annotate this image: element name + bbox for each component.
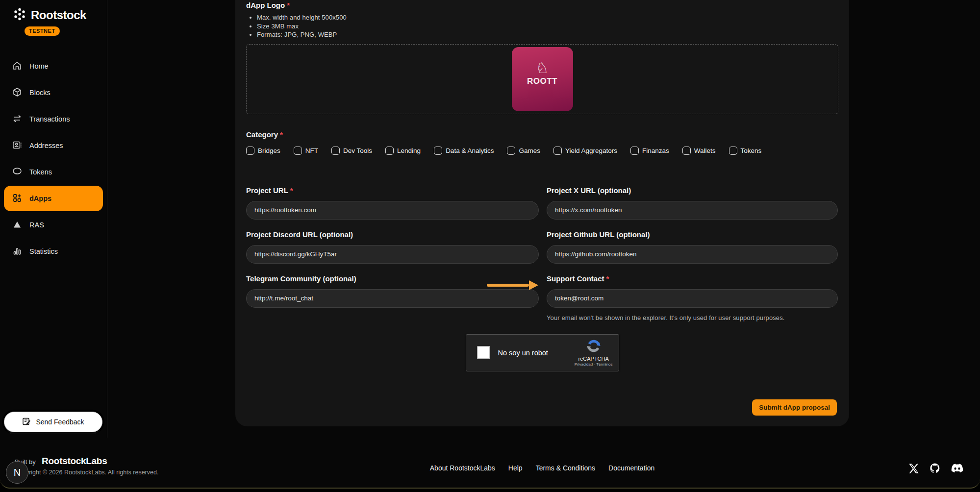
discord-icon[interactable] bbox=[951, 464, 963, 473]
home-icon bbox=[12, 61, 22, 72]
sidebar-item-label: Transactions bbox=[29, 115, 70, 123]
field-project-discord-url: Project Discord URL (optional) bbox=[246, 230, 539, 264]
coin-icon bbox=[12, 167, 22, 178]
checkbox[interactable] bbox=[434, 147, 442, 155]
dapp-proposal-card: dApp Logo* Max. width and height 500x500… bbox=[235, 0, 849, 426]
logo-rule: Formats: JPG, PNG, WEBP bbox=[257, 30, 838, 39]
field-support-contact: Support Contact* Your email won't be sho… bbox=[547, 274, 838, 321]
sidebar-item-tokens[interactable]: Tokens bbox=[0, 159, 107, 185]
footer-brand: Built by RootstockLabs Copyright © 2026 … bbox=[15, 456, 158, 476]
rootstocklabs-label: RootstockLabs bbox=[42, 456, 107, 466]
contact-card-icon bbox=[12, 140, 22, 151]
footer-link-documentation[interactable]: Documentation bbox=[608, 464, 654, 472]
category-checkbox-yield-aggregators[interactable]: Yield Aggregators bbox=[553, 147, 617, 155]
category-checkbox-finanzas[interactable]: Finanzas bbox=[630, 147, 669, 155]
x-twitter-icon[interactable] bbox=[908, 463, 919, 474]
support-contact-helper: Your email won't be shown in the explore… bbox=[547, 314, 838, 321]
logo-rule: Max. width and height 500x500 bbox=[257, 13, 838, 22]
send-feedback-button[interactable]: Send Feedback bbox=[4, 412, 102, 432]
bar-chart-icon bbox=[12, 246, 22, 257]
sidebar-item-label: RAS bbox=[29, 221, 44, 229]
dapp-logo-section-label: dApp Logo* bbox=[246, 1, 838, 9]
category-options: Bridges NFT Dev Tools Lending Data & Ana… bbox=[246, 147, 838, 155]
sidebar-nav: Home Blocks Transactions bbox=[0, 53, 107, 265]
overlay-n-badge[interactable]: N bbox=[6, 461, 28, 484]
footer-links: About RootstockLabs Help Terms & Conditi… bbox=[235, 464, 849, 472]
category-checkbox-bridges[interactable]: Bridges bbox=[246, 147, 280, 155]
category-checkbox-dev-tools[interactable]: Dev Tools bbox=[331, 147, 372, 155]
required-asterisk: * bbox=[287, 1, 290, 9]
checkbox[interactable] bbox=[331, 147, 340, 155]
knight-icon: ♘ bbox=[536, 61, 549, 75]
dapps-grid-icon bbox=[12, 193, 22, 204]
field-project-github-url: Project Github URL (optional) bbox=[547, 230, 838, 264]
project-x-url-input[interactable] bbox=[547, 201, 838, 220]
submit-dapp-proposal-button[interactable]: Submit dApp proposal bbox=[752, 399, 837, 416]
sidebar-item-addresses[interactable]: Addresses bbox=[0, 132, 107, 159]
checkbox[interactable] bbox=[246, 147, 254, 155]
logo-preview-tile[interactable]: ♘ ROOTT bbox=[512, 47, 573, 111]
sidebar-item-statistics[interactable]: Statistics bbox=[0, 238, 107, 265]
footer-social-icons bbox=[908, 463, 963, 474]
footer-link-help[interactable]: Help bbox=[508, 464, 523, 472]
required-asterisk: * bbox=[280, 130, 283, 139]
category-checkbox-lending[interactable]: Lending bbox=[385, 147, 421, 155]
arrows-swap-icon bbox=[12, 114, 22, 125]
logo-dropzone[interactable]: ♘ ROOTT bbox=[246, 44, 838, 114]
brand[interactable]: Rootstock TESTNET bbox=[0, 0, 107, 36]
rootstock-logo-icon bbox=[12, 7, 27, 24]
category-checkbox-tokens[interactable]: Tokens bbox=[729, 147, 762, 155]
field-project-url: Project URL* bbox=[246, 186, 539, 220]
checkbox[interactable] bbox=[553, 147, 562, 155]
feedback-label: Send Feedback bbox=[36, 418, 84, 426]
recaptcha-label: No soy un robot bbox=[498, 349, 575, 357]
feedback-note-icon bbox=[22, 417, 31, 427]
sidebar: Rootstock TESTNET Home Blocks bbox=[0, 0, 107, 438]
sidebar-item-label: dApps bbox=[29, 195, 51, 202]
required-asterisk: * bbox=[290, 186, 293, 195]
telegram-community-input[interactable] bbox=[246, 289, 539, 308]
field-project-x-url: Project X URL (optional) bbox=[547, 186, 838, 220]
checkbox[interactable] bbox=[630, 147, 639, 155]
sidebar-item-home[interactable]: Home bbox=[0, 53, 107, 79]
app-window: Rootstock TESTNET Home Blocks bbox=[0, 0, 980, 489]
category-checkbox-games[interactable]: Games bbox=[507, 147, 540, 155]
category-checkbox-data-analytics[interactable]: Data & Analytics bbox=[434, 147, 494, 155]
footer-link-about[interactable]: About RootstockLabs bbox=[430, 464, 495, 472]
checkbox[interactable] bbox=[294, 147, 302, 155]
cube-icon bbox=[12, 87, 22, 98]
category-label: Category* bbox=[246, 130, 838, 139]
project-github-url-input[interactable] bbox=[547, 245, 838, 264]
project-discord-url-input[interactable] bbox=[246, 245, 539, 264]
copyright-text: Copyright © 2026 RootstockLabs. All righ… bbox=[15, 469, 158, 476]
sidebar-item-label: Home bbox=[29, 62, 49, 70]
support-contact-input[interactable] bbox=[547, 289, 838, 308]
sidebar-item-transactions[interactable]: Transactions bbox=[0, 106, 107, 132]
support-contact-arrow bbox=[487, 280, 538, 290]
checkbox[interactable] bbox=[682, 147, 691, 155]
recaptcha-checkbox[interactable] bbox=[477, 346, 490, 359]
category-checkbox-nft[interactable]: NFT bbox=[294, 147, 318, 155]
recaptcha-widget: No soy un robot reCAPTCHA Privacidad - T… bbox=[466, 334, 619, 371]
checkbox[interactable] bbox=[385, 147, 394, 155]
sidebar-item-dapps[interactable]: dApps bbox=[4, 186, 103, 211]
sidebar-item-label: Addresses bbox=[29, 142, 63, 149]
testnet-badge: TESTNET bbox=[25, 26, 60, 36]
sidebar-item-blocks[interactable]: Blocks bbox=[0, 79, 107, 106]
project-url-input[interactable] bbox=[246, 201, 539, 220]
checkbox[interactable] bbox=[507, 147, 515, 155]
logo-rule: Size 3MB max bbox=[257, 22, 838, 31]
triangle-icon bbox=[12, 220, 22, 231]
required-asterisk: * bbox=[606, 274, 609, 283]
sidebar-item-ras[interactable]: RAS bbox=[0, 212, 107, 238]
footer-link-terms[interactable]: Terms & Conditions bbox=[536, 464, 595, 472]
github-icon[interactable] bbox=[930, 463, 941, 474]
brand-name: Rootstock bbox=[31, 8, 86, 22]
logo-preview-text: ROOTT bbox=[527, 76, 557, 86]
category-checkbox-wallets[interactable]: Wallets bbox=[682, 147, 716, 155]
checkbox[interactable] bbox=[729, 147, 737, 155]
recaptcha-brand: reCAPTCHA Privacidad - Términos bbox=[575, 339, 613, 367]
logo-rules-list: Max. width and height 500x500 Size 3MB m… bbox=[251, 13, 838, 39]
sidebar-item-label: Tokens bbox=[29, 168, 52, 176]
recaptcha-privacy-links[interactable]: Privacidad - Términos bbox=[575, 362, 613, 367]
